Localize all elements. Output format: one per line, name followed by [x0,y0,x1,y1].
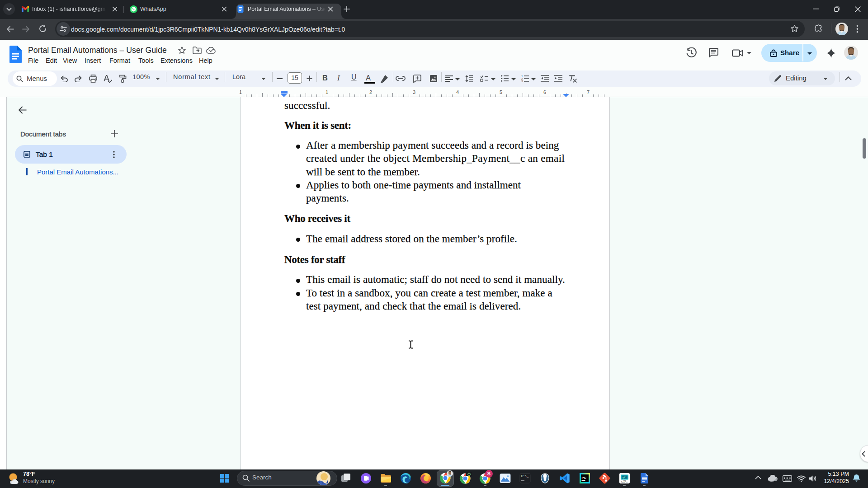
svg-text:TaskPro: TaskPro [621,481,628,483]
svg-text:3: 3 [521,80,523,82]
svg-text:PC: PC [582,476,587,480]
svg-text:C:\_: C:\_ [521,474,529,478]
